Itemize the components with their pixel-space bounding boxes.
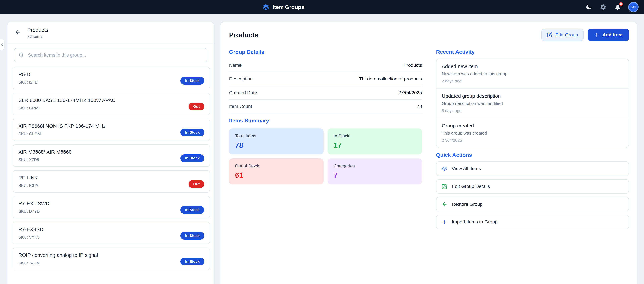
list-item[interactable]: XIR P8668I NON IS FKP 136-174 MHz SKU: G… bbox=[13, 118, 210, 141]
item-sku: SKU: ICPA bbox=[18, 183, 38, 188]
layers-icon bbox=[262, 4, 269, 10]
search-icon bbox=[18, 52, 24, 58]
item-sku: SKU: GRMJ bbox=[18, 106, 116, 110]
dark-mode-toggle[interactable] bbox=[585, 3, 593, 11]
item-sku: SKU: GLOM bbox=[18, 132, 106, 136]
quick-action-label: Restore Group bbox=[452, 202, 483, 207]
header-actions: Edit Group Add Item bbox=[541, 29, 629, 41]
stat-card: Categories 7 bbox=[328, 158, 422, 184]
stock-badge: In Stock bbox=[180, 232, 204, 240]
stock-badge: In Stock bbox=[180, 258, 204, 266]
stat-label: In Stock bbox=[334, 134, 416, 139]
items-list-panel: Products 78 items R5-D SKU: I2FB In Stoc… bbox=[7, 22, 214, 284]
stock-badge: In Stock bbox=[180, 128, 204, 136]
stock-badge: In Stock bbox=[180, 77, 204, 85]
recent-activity-heading: Recent Activity bbox=[436, 49, 629, 55]
settings-button[interactable] bbox=[600, 3, 607, 11]
detail-value: This is a collection of products bbox=[359, 76, 422, 82]
search-input[interactable] bbox=[14, 48, 207, 62]
activity-entry: Updated group description Group descript… bbox=[436, 88, 628, 118]
items-panel-header: Products 78 items bbox=[8, 22, 214, 44]
quick-action-button[interactable]: Import Items to Group bbox=[436, 215, 629, 229]
edit-group-label: Edit Group bbox=[556, 32, 578, 38]
detail-label: Description bbox=[229, 76, 252, 82]
item-list: R5-D SKU: I2FB In Stock SLR 8000 BASE 13… bbox=[8, 64, 214, 270]
quick-action-button[interactable]: Restore Group bbox=[436, 197, 629, 212]
item-name: ROIP converting analog to IP signal bbox=[18, 252, 98, 258]
pencil-square-icon bbox=[547, 32, 552, 38]
list-item[interactable]: R7-EX-ISD SKU: VYK3 In Stock bbox=[13, 222, 210, 244]
detail-columns: Group Details Name Products Description … bbox=[220, 45, 637, 242]
item-name: XIR M3688/ XIR M6660 bbox=[18, 149, 72, 155]
page-title: Products bbox=[229, 31, 258, 39]
activity-time: 5 days ago bbox=[442, 108, 623, 113]
chevron-left-icon bbox=[0, 42, 4, 48]
stat-value: 7 bbox=[334, 171, 416, 180]
arrow-left-icon bbox=[442, 201, 448, 207]
item-name: R5-D bbox=[18, 72, 38, 77]
stat-label: Out of Stock bbox=[235, 164, 318, 169]
item-info: RF LINK SKU: ICPA bbox=[18, 175, 38, 188]
item-info: R7-EX -ISWD SKU: D7YD bbox=[18, 201, 50, 214]
stat-card: Total Items 78 bbox=[229, 128, 324, 154]
activity-column: Recent Activity Added new item New item … bbox=[436, 45, 629, 232]
pencil-square-icon bbox=[442, 184, 448, 189]
avatar[interactable]: SG bbox=[628, 2, 639, 12]
activity-entry: Added new item New item was added to thi… bbox=[436, 59, 628, 88]
item-sku: SKU: D7YD bbox=[18, 209, 50, 214]
stock-badge: In Stock bbox=[180, 206, 204, 214]
stat-value: 17 bbox=[334, 141, 416, 150]
activity-description: This group was created bbox=[442, 130, 623, 136]
topbar-actions: 8 SG bbox=[585, 0, 639, 14]
activity-time: 2 days ago bbox=[442, 79, 623, 84]
add-item-label: Add Item bbox=[602, 32, 622, 38]
detail-label: Name bbox=[229, 62, 242, 68]
eye-icon bbox=[442, 166, 448, 172]
arrow-left-icon bbox=[15, 29, 21, 36]
content-area: Products 78 items R5-D SKU: I2FB In Stoc… bbox=[0, 14, 644, 284]
stat-card: Out of Stock 61 bbox=[229, 158, 324, 184]
stat-card: In Stock 17 bbox=[328, 128, 422, 154]
plus-icon bbox=[594, 32, 600, 38]
collapse-sidebar-button[interactable] bbox=[0, 39, 4, 50]
quick-action-button[interactable]: Edit Group Details bbox=[436, 179, 629, 194]
list-item[interactable]: ROIP converting analog to IP signal SKU:… bbox=[13, 248, 210, 270]
stats-grid: Total Items 78 In Stock 17 Out of Stock … bbox=[229, 128, 422, 184]
details-column: Group Details Name Products Description … bbox=[229, 45, 422, 232]
plus-icon bbox=[442, 219, 448, 225]
item-sku: SKU: 34CM bbox=[18, 261, 98, 266]
quick-action-label: Edit Group Details bbox=[452, 184, 490, 189]
edit-group-button[interactable]: Edit Group bbox=[541, 29, 584, 41]
detail-row: Name Products bbox=[229, 58, 422, 72]
stock-badge: In Stock bbox=[180, 154, 204, 162]
group-title-block: Products 78 items bbox=[27, 27, 48, 39]
group-title: Products bbox=[27, 27, 48, 33]
app-title-group: Item Groups bbox=[262, 4, 304, 10]
item-name: RF LINK bbox=[18, 175, 38, 180]
list-item[interactable]: RF LINK SKU: ICPA Out bbox=[13, 170, 210, 193]
activity-description: Group description was modified bbox=[442, 101, 623, 106]
stat-label: Categories bbox=[334, 164, 416, 169]
stat-value: 61 bbox=[235, 171, 318, 180]
list-item[interactable]: R7-EX -ISWD SKU: D7YD In Stock bbox=[13, 196, 210, 218]
notifications-button[interactable]: 8 bbox=[614, 3, 622, 11]
item-sku: SKU: I2FB bbox=[18, 80, 38, 85]
detail-panel-header: Products Edit Group Add Item bbox=[220, 22, 637, 45]
back-button[interactable] bbox=[14, 28, 22, 37]
item-info: XIR P8668I NON IS FKP 136-174 MHz SKU: G… bbox=[18, 123, 106, 136]
activity-title: Updated group description bbox=[442, 93, 623, 99]
list-item[interactable]: R5-D SKU: I2FB In Stock bbox=[13, 67, 210, 89]
detail-value: 27/04/2025 bbox=[398, 90, 422, 96]
list-item[interactable]: SLR 8000 BASE 136-174MHZ 100W APAC SKU: … bbox=[13, 93, 210, 115]
item-name: R7-EX-ISD bbox=[18, 226, 43, 232]
add-item-button[interactable]: Add Item bbox=[588, 29, 629, 41]
quick-action-button[interactable]: View All Items bbox=[436, 162, 629, 176]
item-info: SLR 8000 BASE 136-174MHZ 100W APAC SKU: … bbox=[18, 98, 116, 110]
app-title: Item Groups bbox=[272, 4, 304, 10]
items-summary-heading: Items Summary bbox=[229, 118, 422, 124]
stock-badge: Out bbox=[188, 180, 204, 188]
detail-value: Products bbox=[404, 62, 422, 68]
activity-title: Added new item bbox=[442, 64, 623, 69]
list-item[interactable]: XIR M3688/ XIR M6660 SKU: X7D5 In Stock bbox=[13, 144, 210, 167]
quick-action-label: View All Items bbox=[452, 166, 481, 171]
